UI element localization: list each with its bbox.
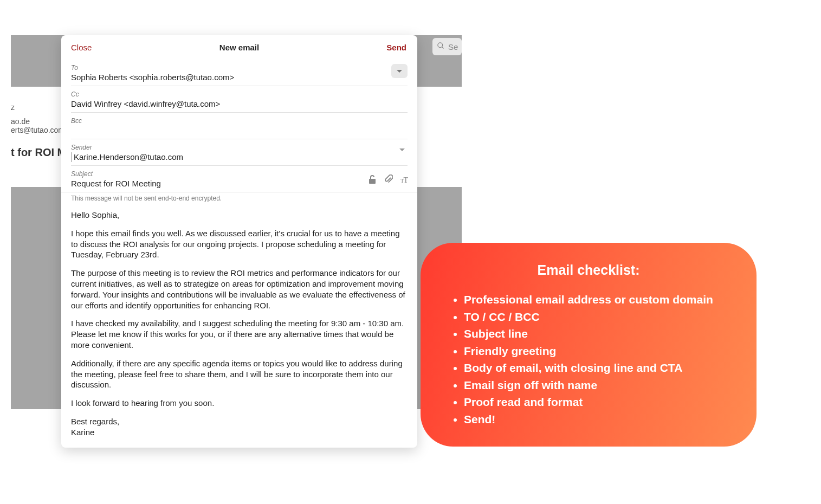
chevron-down-icon xyxy=(399,145,405,154)
checklist-item: Subject line xyxy=(464,325,727,343)
bg-recipient-line1: z xyxy=(11,103,15,112)
dialog-title: New email xyxy=(219,43,259,52)
body-signature: Karine xyxy=(71,428,94,437)
encryption-note: This message will not be sent end-to-end… xyxy=(61,192,417,205)
body-greeting: Hello Sophia, xyxy=(71,210,408,221)
checklist-list: Professional email address or custom dom… xyxy=(450,291,727,428)
checklist-item: Professional email address or custom dom… xyxy=(464,291,727,308)
svg-point-0 xyxy=(438,43,443,48)
bcc-field[interactable] xyxy=(71,126,408,135)
svg-line-1 xyxy=(442,47,443,48)
search-placeholder: Se xyxy=(448,42,458,51)
lock-open-icon xyxy=(368,175,377,186)
sender-dropdown-button[interactable] xyxy=(399,145,405,154)
email-body-editor[interactable]: Hello Sophia, I hope this email finds yo… xyxy=(61,205,417,448)
bg-subject-truncated: t for ROI M xyxy=(11,146,66,159)
recipients-expand-button[interactable] xyxy=(391,64,408,78)
checklist-item: Send! xyxy=(464,411,727,428)
body-paragraph: The purpose of this meeting is to review… xyxy=(71,268,408,311)
checklist-title: Email checklist: xyxy=(450,262,727,278)
attach-button[interactable] xyxy=(384,175,393,186)
encryption-toggle-button[interactable] xyxy=(368,175,377,186)
checklist-item: Body of email, with closing line and CTA xyxy=(464,359,727,377)
checklist-item: Proof read and format xyxy=(464,393,727,411)
search-icon xyxy=(437,42,445,51)
bg-recipient-line2: ao.de xyxy=(11,117,30,126)
checklist-item: Email sign off with name xyxy=(464,377,727,394)
paperclip-icon xyxy=(384,175,393,186)
search-input-bg[interactable]: Se xyxy=(432,38,462,55)
to-field[interactable]: Sophia Roberts <sophia.roberts@tutao.com… xyxy=(71,73,408,82)
checklist-item: Friendly greeting xyxy=(464,343,727,360)
sender-label: Sender xyxy=(71,144,408,151)
chevron-down-icon xyxy=(396,66,403,76)
sender-field[interactable]: Karine.Henderson@tutao.com xyxy=(71,152,408,162)
text-size-icon: TT xyxy=(400,176,408,185)
cc-field[interactable]: David Winfrey <david.winfrey@tuta.com> xyxy=(71,99,408,109)
body-signoff: Best regards, xyxy=(71,417,119,426)
svg-rect-2 xyxy=(369,179,376,184)
text-format-button[interactable]: TT xyxy=(400,175,408,186)
subject-label: Subject xyxy=(71,170,359,178)
bcc-label: Bcc xyxy=(71,117,408,125)
body-paragraph: Additionally, if there are any specific … xyxy=(71,358,408,390)
compose-dialog: Close New email Send To Sophia Roberts <… xyxy=(61,35,417,448)
checklist-item: TO / CC / BCC xyxy=(464,308,727,326)
checklist-card: Email checklist: Professional email addr… xyxy=(421,243,757,447)
to-label: To xyxy=(71,64,408,72)
body-paragraph: I have checked my availability, and I su… xyxy=(71,318,408,350)
close-button[interactable]: Close xyxy=(71,43,92,52)
cc-label: Cc xyxy=(71,91,408,98)
subject-field[interactable]: Request for ROI Meeting xyxy=(71,179,359,189)
body-paragraph: I hope this email finds you well. As we … xyxy=(71,228,408,260)
send-button[interactable]: Send xyxy=(386,43,406,52)
body-paragraph: I look forward to hearing from you soon. xyxy=(71,398,408,409)
